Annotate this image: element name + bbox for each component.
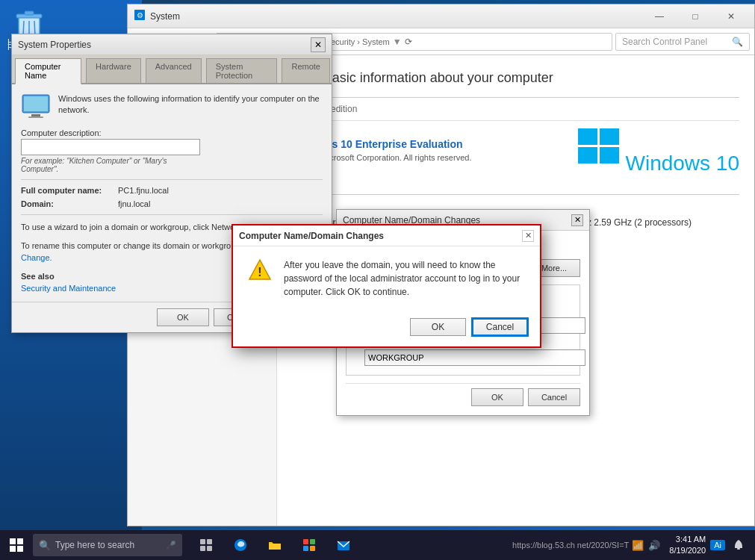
computer-icon [21,93,51,119]
taskbar: 🔍 Type here to search 🎤 [0,530,755,560]
folder-svg [267,538,282,553]
computer-description-field: Computer description: For example: "Kitc… [21,128,323,173]
mail-svg [336,538,351,553]
search-icon: 🔍 [39,540,51,551]
warning-titlebar: Computer Name/Domain Changes ✕ [233,225,540,246]
full-name-label: Full computer name: [21,186,118,195]
tab-advanced[interactable]: Advanced [146,58,202,83]
warning-dialog: Computer Name/Domain Changes ✕ ! After y… [232,224,541,348]
start-button[interactable] [0,530,33,560]
svg-rect-29 [303,546,308,551]
tab-system-protection[interactable]: System Protection [206,58,278,83]
description-hint: For example: "Kitchen Computer" or "Mary… [21,157,323,173]
edge-icon[interactable] [224,530,257,560]
sys-props-tabs: Computer Name Hardware Advanced System P… [12,55,332,84]
notification-text: https://blog.53.ch net/2020/SI=T [512,541,629,550]
store-svg [302,538,317,553]
computer-desc-text: Windows uses the following information t… [58,93,323,116]
dc-close-button[interactable]: ✕ [571,214,583,226]
svg-rect-24 [200,546,205,551]
dc-cancel-button[interactable]: Cancel [528,388,580,406]
svg-rect-21 [17,546,23,552]
svg-rect-23 [207,539,212,544]
warning-title: Computer Name/Domain Changes [239,231,522,241]
full-name-row: Full computer name: PC1.fjnu.local [21,186,323,195]
workgroup-field[interactable] [364,349,585,366]
change-link[interactable]: Change. [21,253,52,262]
folder-icon[interactable] [258,530,291,560]
task-view-icon[interactable] [190,530,223,560]
mail-icon[interactable] [327,530,360,560]
svg-rect-28 [310,539,315,544]
svg-text:⚙: ⚙ [137,11,143,19]
svg-rect-20 [10,546,16,552]
svg-rect-8 [578,128,597,145]
system-icon: ⚙ [134,9,146,21]
warning-buttons: OK Cancel [233,311,540,346]
win10-text: Windows 10 [625,152,739,175]
window-controls: — □ ✕ [642,6,748,27]
description-input[interactable] [21,139,200,155]
svg-rect-32 [737,548,740,550]
win-logo-svg [578,128,623,166]
clock-date: 8/19/2020 [669,545,706,556]
edge-svg [233,538,248,553]
warning-cancel-button[interactable]: Cancel [472,318,528,336]
svg-rect-22 [200,539,205,544]
desktop: Hos... Recycle Bin ⚙ System — □ [0,0,755,530]
close-button[interactable]: ✕ [714,6,748,27]
svg-rect-25 [207,546,212,551]
network-icon[interactable]: 📶 [632,540,644,551]
store-icon[interactable] [293,530,326,560]
notification-button[interactable] [728,535,749,556]
ok-button[interactable]: OK [157,308,209,326]
search-field[interactable]: Search Control Panel 🔍 [615,33,750,51]
divider-2 [21,214,323,215]
svg-text:!: ! [258,266,261,279]
windows-start-icon [9,538,24,553]
tab-hardware[interactable]: Hardware [86,58,141,83]
svg-rect-10 [578,147,597,164]
svg-rect-14 [31,114,40,116]
minimize-button[interactable]: — [642,6,677,27]
search-placeholder: Type here to search [55,540,134,550]
warning-icon: ! [248,258,272,282]
svg-rect-9 [600,128,619,145]
ai-badge[interactable]: Ai [710,540,725,550]
window-title: System [150,11,642,22]
svg-rect-19 [17,538,23,544]
dc-buttons: OK Cancel [346,383,580,406]
taskbar-search[interactable]: 🔍 Type here to search 🎤 [33,534,182,556]
domain-value: fjnu.local [118,199,150,208]
notification-icon [733,539,745,551]
copyright-text: © 2018 Microsoft Corporation. All rights… [292,153,567,162]
notification-area: https://blog.53.ch net/2020/SI=T [512,541,629,550]
windows-logo-area: Windows 10 Enterprise Evaluation © 2018 … [292,120,739,183]
warning-body: ! After you leave the domain, you will n… [233,246,540,311]
windows-edition-title: Windows edition [292,104,739,114]
sys-props-close-button[interactable]: ✕ [311,37,326,52]
sys-tray: 📶 🔊 [632,540,660,551]
svg-rect-13 [24,96,48,111]
computer-desc-section: Windows uses the following information t… [21,93,323,119]
taskbar-icons [190,530,360,560]
domain-label: Domain: [21,199,118,208]
window-titlebar: ⚙ System — □ ✕ [128,4,754,28]
volume-icon[interactable]: 🔊 [648,540,660,551]
svg-rect-2 [25,11,34,15]
maximize-button[interactable]: □ [678,6,712,27]
description-label: Computer description: [21,128,323,137]
clock[interactable]: 3:41 AM 8/19/2020 [669,534,706,557]
domain-row: Domain: fjnu.local [21,199,323,208]
dc-ok-button[interactable]: OK [471,388,523,406]
warning-ok-button[interactable]: OK [410,318,466,336]
sys-props-titlebar: System Properties ✕ [12,34,332,55]
warning-message: After you leave the domain, you will nee… [284,258,525,299]
tab-computer-name[interactable]: Computer Name [15,58,81,84]
tab-remote[interactable]: Remote [282,58,330,83]
sys-props-title: System Properties [18,40,311,50]
warning-close-button[interactable]: ✕ [522,230,534,242]
edition-info: Windows 10 Enterprise Evaluation © 2018 … [292,138,567,165]
windows-logo: Windows 10 [578,128,739,175]
svg-rect-11 [600,147,619,164]
